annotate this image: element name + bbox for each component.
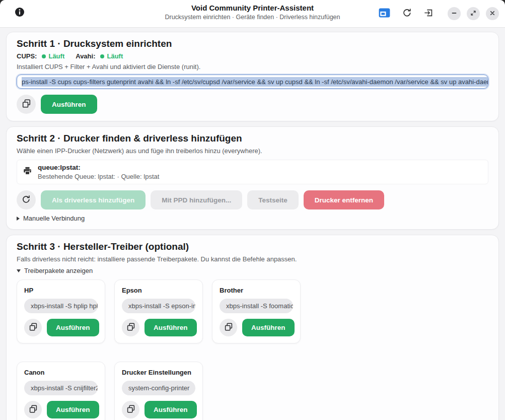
step2-description: Wähle einen IPP-Drucker (Netzwerk) aus u… [17, 147, 488, 155]
cups-status-badge: Läuft [42, 52, 64, 60]
printer-details: Bestehende Queue: lpstat: · Quelle: lpst… [38, 173, 159, 180]
printer-name: queue:lpstat: [38, 164, 159, 171]
copy-icon [225, 323, 233, 332]
step3-description: Falls driverless nicht reicht: installie… [17, 255, 488, 263]
add-driverless-button[interactable]: Als driverless hinzufügen [41, 190, 146, 209]
run-driver-install-button[interactable]: Ausführen [145, 319, 197, 336]
driver-card-epson: Epson xbps-install -S epson-inkj Ausführ… [114, 279, 203, 343]
copy-command-button[interactable] [122, 319, 139, 336]
display-window-button[interactable] [378, 7, 391, 20]
rescan-printers-button[interactable] [17, 190, 36, 209]
add-with-ppd-button[interactable]: Mit PPD hinzufügen... [151, 190, 242, 209]
info-icon [15, 11, 25, 19]
driver-card-printer-settings: Drucker Einstellungen system-config-prin… [114, 362, 203, 420]
step3-title: Schritt 3 · Hersteller-Treiber (optional… [17, 241, 488, 252]
refresh-icon [22, 195, 31, 205]
manual-connection-label: Manuelle Verbindung [23, 215, 85, 222]
exit-icon [424, 8, 434, 19]
copy-command-button[interactable] [122, 401, 139, 418]
printer-list-item[interactable]: queue:lpstat: Bestehende Queue: lpstat: … [17, 160, 488, 184]
service-status-row: CUPS: Läuft Avahi: Läuft [17, 52, 488, 60]
status-dot-icon [42, 54, 46, 58]
window-icon [379, 8, 390, 19]
exit-button[interactable] [423, 7, 435, 20]
close-button[interactable] [486, 7, 499, 20]
copy-icon [22, 99, 31, 109]
driver-card-title: HP [24, 287, 98, 294]
run-driver-install-button[interactable]: Ausführen [145, 401, 197, 418]
chevron-down-icon [17, 269, 21, 272]
step1-title: Schritt 1 · Drucksystem einrichten [17, 38, 488, 49]
remove-printer-button[interactable]: Drucker entfernen [304, 190, 384, 209]
driver-card-canon: Canon xbps-install -S cnijfilter2 Ausfüh… [17, 362, 105, 420]
driver-command-input[interactable]: xbps-install -S hplip hplip [24, 299, 98, 313]
status-dot-icon [100, 54, 104, 58]
run-driver-install-button[interactable]: Ausführen [47, 401, 99, 418]
driver-command-text: xbps-install -S epson-inkj [128, 302, 195, 310]
refresh-icon [402, 8, 412, 19]
copy-icon [127, 323, 135, 332]
driver-command-input[interactable]: system-config-printer [122, 381, 195, 395]
driver-card-hp: HP xbps-install -S hplip hplip Ausführen [17, 279, 105, 343]
reload-button[interactable] [401, 7, 413, 20]
driver-card-title: Drucker Einstellungen [122, 369, 195, 376]
avahi-label: Avahi: [76, 52, 95, 60]
driver-command-input[interactable]: xbps-install -S cnijfilter2 [24, 381, 98, 395]
app-window: Void Community Printer-Assistent Drucksy… [0, 0, 505, 420]
driver-cards-grid: HP xbps-install -S hplip hplip Ausführen… [17, 279, 488, 420]
run-install-button[interactable]: Ausführen [41, 95, 97, 114]
copy-icon [29, 323, 37, 332]
header: Void Community Printer-Assistent Drucksy… [0, 0, 505, 28]
restore-button[interactable] [467, 7, 480, 20]
main-content: Schritt 1 · Drucksystem einrichten CUPS:… [0, 28, 505, 420]
driver-card-brother: Brother xbps-install -S foomatic-c Ausfü… [212, 279, 301, 343]
cups-label: CUPS: [17, 52, 37, 60]
section-step1: Schritt 1 · Drucksystem einrichten CUPS:… [6, 32, 499, 121]
install-command-input[interactable]: ps-install -S cups cups-filters gutenpri… [17, 75, 488, 89]
info-button[interactable] [13, 6, 26, 19]
test-page-button[interactable]: Testseite [247, 190, 299, 209]
copy-command-button[interactable] [24, 319, 42, 336]
copy-command-button[interactable] [24, 401, 42, 418]
run-driver-install-button[interactable]: Ausführen [47, 319, 99, 336]
restore-icon [470, 10, 476, 18]
step2-title: Schritt 2 · Drucker finden & driverless … [17, 133, 488, 144]
minimize-icon [451, 10, 457, 18]
copy-command-button[interactable] [220, 319, 237, 336]
copy-icon [127, 405, 135, 414]
driver-command-text: system-config-printer [128, 384, 189, 392]
selected-command-text: ps-install -S cups cups-filters gutenpri… [22, 77, 488, 87]
driver-command-text: xbps-install -S hplip hplip [31, 302, 98, 310]
driver-card-title: Canon [24, 369, 98, 376]
cups-status-text: Läuft [48, 52, 64, 60]
step1-description: Installiert CUPS + Filter + Avahi und ak… [17, 63, 488, 71]
manual-connection-toggle[interactable]: Manuelle Verbindung [17, 215, 85, 222]
driver-card-title: Epson [122, 287, 195, 294]
run-driver-install-button[interactable]: Ausführen [242, 319, 295, 336]
copy-command-button[interactable] [17, 95, 36, 114]
driver-command-text: xbps-install -S foomatic-c [226, 302, 293, 310]
copy-icon [29, 405, 37, 414]
driver-command-input[interactable]: xbps-install -S foomatic-c [220, 299, 293, 313]
section-step3: Schritt 3 · Hersteller-Treiber (optional… [6, 235, 499, 420]
minimize-button[interactable] [448, 7, 461, 20]
driver-packages-toggle[interactable]: Treiberpakete anzeigen [17, 267, 93, 274]
driver-packages-toggle-label: Treiberpakete anzeigen [24, 267, 93, 274]
chevron-right-icon [17, 217, 20, 221]
printer-icon [23, 167, 32, 177]
section-step2: Schritt 2 · Drucker finden & driverless … [6, 126, 499, 230]
avahi-status-badge: Läuft [100, 52, 123, 60]
close-icon [489, 10, 495, 18]
avahi-status-text: Läuft [107, 52, 123, 60]
driver-card-title: Brother [220, 287, 293, 294]
driver-command-text: xbps-install -S cnijfilter2 [31, 384, 98, 392]
driver-command-input[interactable]: xbps-install -S epson-inkj [122, 299, 195, 313]
